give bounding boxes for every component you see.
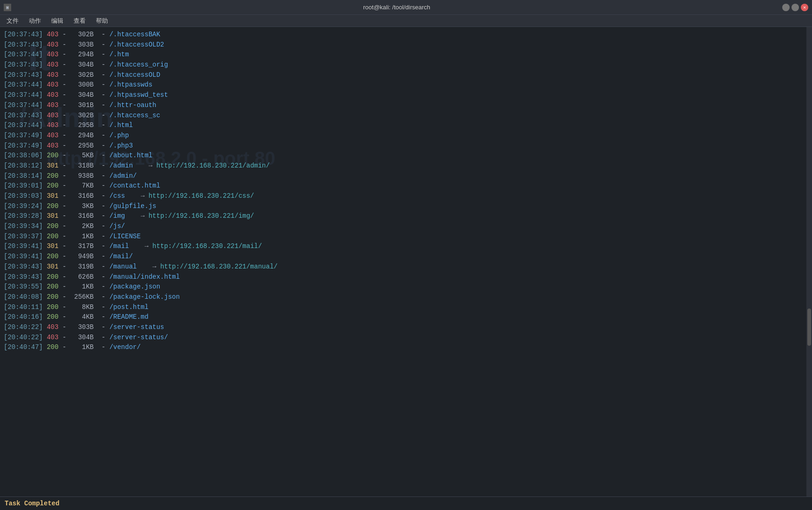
path: /css [109,192,125,200]
timestamp: [20:38:12] [4,162,43,169]
minimize-button[interactable] [782,4,790,11]
path: /manual/index.html [109,273,180,281]
timestamp: [20:39:01] [4,182,43,189]
size: 304B [70,61,94,68]
table-row: [20:40:47] 200 - 1KB - /vendor/ [4,342,808,353]
timestamp: [20:37:43] [4,41,43,48]
redirect-url: http://192.168.230.221/css/ [149,192,254,200]
statusbar: Task Completed [0,497,812,510]
path: /mail [109,242,129,250]
redirect-url: http://192.168.230.221/img/ [149,212,254,220]
size: 295B [70,142,94,149]
size: 7KB [70,182,94,189]
status-code: 200 [47,152,58,159]
table-row: [20:39:03] 301 - 316B - /css → http://19… [4,191,808,201]
path: /package.json [109,283,160,290]
path: /.htpasswds [109,81,152,88]
table-row: [20:37:44] 403 - 294B - /.htm [4,50,808,60]
status-code: 200 [47,313,58,321]
path: /manual [109,263,137,270]
status-code: 403 [47,31,58,38]
task-completed-text: Task Completed [5,500,60,507]
maximize-button[interactable] [792,4,799,11]
timestamp: [20:37:43] [4,31,43,38]
table-row: [20:37:44] 403 - 295B - /.html [4,121,808,131]
path: /contact.html [109,182,160,189]
timestamp: [20:39:34] [4,222,43,230]
table-row: [20:37:43] 403 - 302B - /.htaccess_sc [4,111,808,121]
timestamp: [20:37:49] [4,132,43,139]
table-row: [20:37:43] 403 - 303B - /.htaccessOLD2 [4,40,808,50]
status-code: 403 [47,323,58,331]
size: 304B [70,91,94,99]
table-row: [20:40:16] 200 - 4KB - /README.md [4,312,808,322]
table-row: [20:39:41] 301 - 317B - /mail → http://1… [4,242,808,252]
path: /.php [109,132,129,139]
table-row: [20:37:43] 403 - 304B - /.htaccess_orig [4,60,808,70]
path: /admin/ [109,172,137,180]
status-code: 403 [47,91,58,99]
path: /README.md [109,313,149,321]
table-row: [20:40:08] 200 - 256KB - /package-lock.j… [4,292,808,302]
path: /js/ [109,222,125,230]
path: /LICENSE [109,233,141,240]
size: 302B [70,71,94,79]
size: 302B [70,112,94,119]
timestamp: [20:37:44] [4,91,43,99]
path: /.htaccess_sc [109,112,160,119]
table-row: [20:39:01] 200 - 7KB - /contact.html [4,181,808,191]
table-row: [20:37:44] 403 - 300B - /.htpasswds [4,80,808,90]
status-code: 200 [47,182,58,189]
timestamp: [20:39:37] [4,233,43,240]
table-row: [20:37:49] 403 - 294B - /.php [4,131,808,141]
path: /vendor/ [109,343,141,351]
timestamp: [20:40:11] [4,303,43,311]
path: /.htpasswd_test [109,91,168,99]
status-code: 301 [47,242,58,250]
timestamp: [20:37:44] [4,101,43,109]
titlebar-title: root@kali: /tool/dirsearch [11,4,782,11]
status-code: 200 [47,303,58,311]
menu-view[interactable]: 查看 [69,16,90,26]
size: 318B [70,162,94,169]
size: 317B [70,242,94,250]
table-row: [20:40:22] 403 - 304B - /server-status/ [4,333,808,343]
timestamp: [20:40:16] [4,313,43,321]
size: 294B [70,51,94,58]
size: 626B [70,273,94,281]
table-row: [20:40:11] 200 - 8KB - /post.html [4,302,808,313]
menu-action[interactable]: 动作 [24,16,46,26]
status-code: 200 [47,273,58,281]
timestamp: [20:37:43] [4,71,43,79]
table-row: [20:37:43] 403 - 302B - /.htaccessBAK [4,30,808,40]
timestamp: [20:39:28] [4,212,43,220]
timestamp: [20:39:55] [4,283,43,290]
size: 303B [70,323,94,331]
status-code: 200 [47,283,58,290]
menu-file[interactable]: 文件 [2,16,23,26]
status-code: 200 [47,233,58,240]
timestamp: [20:37:44] [4,121,43,129]
timestamp: [20:37:43] [4,61,43,68]
path: /.htaccessOLD2 [109,41,164,48]
timestamp: [20:38:14] [4,172,43,180]
path: /.htm [109,51,129,58]
size: 1KB [70,233,94,240]
menubar: 文件 动作 编辑 查看 帮助 [0,15,812,27]
table-row: [20:39:43] 301 - 319B - /manual → http:/… [4,262,808,272]
status-code: 301 [47,263,58,270]
size: 294B [70,132,94,139]
titlebar: ▣ root@kali: /tool/dirsearch ✕ [0,0,812,15]
menu-edit[interactable]: 编辑 [47,16,68,26]
size: 938B [70,172,94,180]
status-code: 403 [47,101,58,109]
size: 295B [70,121,94,129]
menu-help[interactable]: 帮助 [91,16,113,26]
status-code: 200 [47,293,58,301]
close-button[interactable]: ✕ [801,4,808,11]
path: /.html [109,121,133,129]
status-code: 301 [47,212,58,220]
size: 302B [70,31,94,38]
size: 316B [70,212,94,220]
timestamp: [20:37:44] [4,51,43,58]
